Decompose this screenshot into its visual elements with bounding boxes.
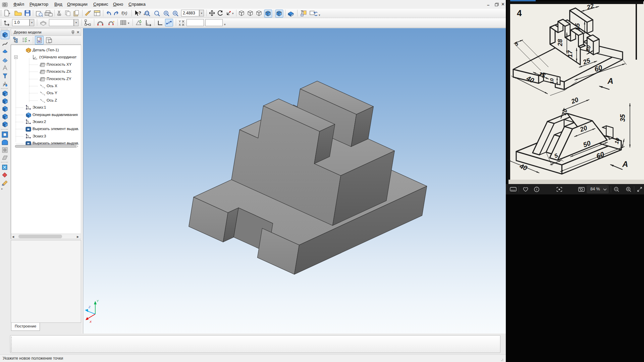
svg-text:Z: Z [88, 305, 91, 309]
svg-text:X: X [179, 23, 181, 26]
svg-text:15: 15 [574, 23, 581, 31]
svg-text:20: 20 [570, 96, 580, 105]
svg-text:A: A [607, 76, 613, 85]
svg-text:Y: Y [97, 299, 99, 303]
svg-text:10: 10 [549, 78, 554, 84]
svg-text:17: 17 [567, 50, 574, 58]
svg-text:?: ? [139, 10, 141, 15]
svg-text:...: ... [99, 23, 102, 26]
svg-text:28: 28 [556, 39, 564, 47]
svg-text:A: A [622, 160, 628, 169]
svg-text:Y: Y [179, 20, 181, 23]
svg-text:X: X [89, 320, 92, 323]
svg-text:35: 35 [619, 114, 626, 122]
